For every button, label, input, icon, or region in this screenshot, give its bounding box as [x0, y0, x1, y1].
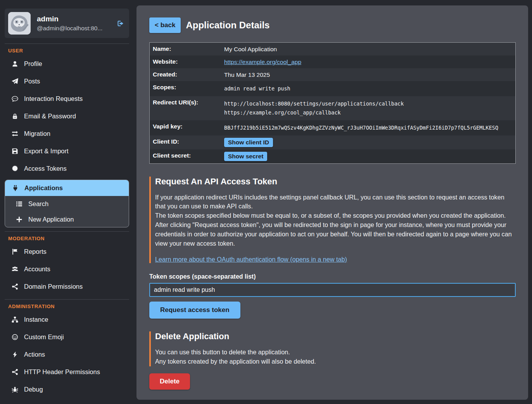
sidebar-item-label: Profile [24, 60, 42, 68]
redirect-uri-2: https://example.org/cool_app/callback [224, 108, 404, 118]
sidebar-item-label: Migration [24, 130, 50, 137]
section-label-administration: ADMINISTRATION [8, 303, 130, 309]
row-value: My Cool Application [224, 45, 277, 53]
table-row-client-id: Client ID: Show client ID [150, 135, 515, 149]
row-label: Website: [153, 58, 224, 65]
sidebar-item-applications[interactable]: Applications [5, 180, 129, 196]
sidebar-item-access-tokens[interactable]: Access Tokens [4, 160, 130, 177]
plus-icon [16, 216, 22, 223]
share-nodes-icon [12, 369, 18, 375]
show-secret-button[interactable]: Show secret [224, 152, 267, 161]
face-smile-icon [12, 334, 18, 340]
website-link[interactable]: https://example.org/cool_app [224, 58, 301, 66]
applications-submenu: Search New Application [5, 196, 129, 227]
sidebar-item-interaction-requests[interactable]: Interaction Requests [4, 90, 130, 108]
sidebar-item-label: Interaction Requests [24, 95, 83, 102]
comment-dots-icon [12, 95, 18, 102]
oauth-docs-link[interactable]: Learn more about the OAuth authenticatio… [155, 256, 347, 263]
table-row-name: Name: My Cool Application [150, 43, 515, 55]
row-value: admin read write push [224, 84, 290, 94]
submenu-item-search[interactable]: Search [5, 196, 129, 212]
sidebar-item-label: Accounts [24, 265, 50, 273]
row-label: Client secret: [153, 152, 224, 159]
sidebar-item-label: Custom Emoji [24, 333, 64, 341]
sidebar-item-reports[interactable]: Reports [4, 243, 130, 260]
sign-out-icon[interactable] [117, 20, 124, 27]
section-label-moderation: MODERATION [8, 236, 130, 241]
sidebar-item-label: Domain Permissions [24, 283, 83, 290]
sidebar-divider [5, 231, 129, 232]
show-client-id-button[interactable]: Show client ID [224, 138, 273, 147]
delete-line-2: Any tokens created by the application wi… [155, 357, 515, 366]
lock-icon [12, 113, 18, 120]
request-token-paragraph-2: The token scopes specified below must be… [155, 211, 515, 220]
sitemap-icon [12, 316, 18, 323]
request-token-title: Request An API Access Token [155, 177, 515, 187]
floppy-disk-icon [12, 148, 18, 154]
certificate-icon [12, 165, 18, 172]
sidebar-divider [5, 43, 129, 44]
sidebar-item-http-header-permissions[interactable]: HTTP Header Permissions [4, 363, 130, 381]
page-title: Application Details [186, 20, 269, 31]
main-panel: < back Application Details Name: My Cool… [136, 5, 528, 400]
table-row-vapid-key: Vapid key: BBJffJ219b5iE512m7wQSzv4KgKDh… [150, 120, 515, 135]
sidebar-item-email-password[interactable]: Email & Password [4, 108, 130, 125]
sidebar-item-debug[interactable]: Debug [4, 381, 130, 398]
row-label: Scopes: [153, 84, 224, 91]
user-icon [12, 61, 18, 67]
application-details-table: Name: My Cool Application Website: https… [149, 42, 516, 164]
token-scopes-input[interactable] [149, 283, 516, 297]
avatar [8, 12, 31, 35]
paper-plane-icon [12, 78, 18, 85]
bolt-icon [12, 351, 18, 358]
sidebar-item-custom-emoji[interactable]: Custom Emoji [4, 328, 130, 346]
user-name: admin [37, 15, 117, 23]
sidebar-item-accounts[interactable]: Accounts [4, 260, 130, 278]
user-handle: @admin@localhost:80... [37, 25, 117, 32]
delete-application-section: Delete Application You can use this butt… [149, 331, 515, 366]
sidebar-item-export-import[interactable]: Export & Import [4, 142, 130, 160]
sidebar-item-domain-permissions[interactable]: Domain Permissions [4, 278, 130, 295]
table-row-website: Website: https://example.org/cool_app [150, 55, 515, 68]
back-button[interactable]: < back [149, 17, 181, 33]
sidebar-item-label: Debug [24, 386, 43, 393]
submenu-item-new-application[interactable]: New Application [5, 212, 129, 227]
sidebar-item-migration[interactable]: Migration [4, 125, 130, 142]
sloth-mascot-image [8, 12, 31, 35]
share-nodes-icon [12, 283, 18, 290]
submenu-item-label: Search [28, 200, 48, 208]
flag-icon [12, 248, 18, 255]
sidebar-divider [5, 299, 129, 300]
delete-line-1: You can use this button to delete the ap… [155, 348, 515, 357]
plug-icon [12, 185, 19, 191]
sidebar-item-posts[interactable]: Posts [4, 73, 130, 90]
table-row-created: Created: Thu Mar 13 2025 [150, 68, 515, 81]
delete-application-title: Delete Application [155, 331, 515, 342]
applications-group: Applications Search New Application [5, 180, 129, 227]
page-header: < back Application Details [149, 17, 515, 33]
sidebar-item-label: HTTP Header Permissions [24, 368, 100, 376]
row-value: http://localhost:8080/settings/user/appl… [224, 99, 404, 118]
sidebar-item-label: Applications [24, 184, 63, 192]
sidebar-item-profile[interactable]: Profile [4, 55, 130, 73]
row-label: Created: [153, 71, 224, 78]
table-row-redirect-uris: Redirect URI(s): http://localhost:8080/s… [150, 96, 515, 120]
section-label-user: USER [8, 48, 130, 54]
sidebar-item-label: Reports [24, 248, 47, 255]
right-left-arrows-icon [12, 130, 18, 137]
row-value: Thu Mar 13 2025 [224, 71, 270, 78]
user-card[interactable]: admin @admin@localhost:80... [5, 9, 129, 38]
sidebar-item-label: Actions [24, 351, 45, 358]
sidebar-item-actions[interactable]: Actions [4, 346, 130, 363]
sidebar: admin @admin@localhost:80... USER Profil… [0, 0, 134, 404]
sidebar-item-label: Access Tokens [24, 165, 67, 172]
row-label: Client ID: [153, 138, 224, 145]
row-label: Name: [153, 45, 224, 52]
request-token-section: Request An API Access Token If your appl… [149, 177, 515, 264]
request-access-token-button[interactable]: Request access token [149, 302, 240, 319]
redirect-uri-1: http://localhost:8080/settings/user/appl… [224, 99, 404, 109]
sidebar-item-instance[interactable]: Instance [4, 311, 130, 328]
delete-button[interactable]: Delete [149, 373, 190, 390]
submenu-item-label: New Application [28, 216, 74, 223]
table-row-client-secret: Client secret: Show secret [150, 149, 515, 163]
